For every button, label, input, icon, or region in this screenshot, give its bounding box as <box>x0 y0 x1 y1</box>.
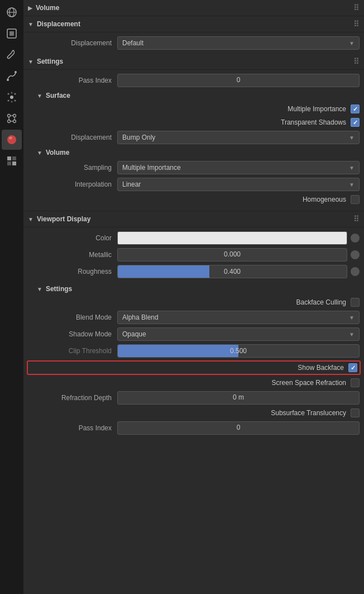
blend-mode-dropdown[interactable]: Alpha Blend ▼ <box>117 311 360 324</box>
svg-rect-24 <box>7 156 11 160</box>
settings2-subsection-header[interactable]: ▼ Settings <box>23 282 364 296</box>
roughness-slider[interactable]: 0.400 <box>117 265 347 278</box>
constraint-icon[interactable] <box>2 108 22 129</box>
sampling-label: Sampling <box>28 164 117 172</box>
settings-body: Pass Index 0 ▼ Surface Multiple Importan… <box>23 70 364 208</box>
svg-point-5 <box>7 79 9 81</box>
interpolation-dropdown[interactable]: Linear ▼ <box>117 178 360 191</box>
settings-section-header[interactable]: ▼ Settings ⠿ <box>23 54 364 70</box>
refraction-depth-input-container: 0 m <box>117 391 360 405</box>
volume-top-label: Volume <box>36 4 59 12</box>
interpolation-label: Interpolation <box>28 180 117 188</box>
surface-displacement-dropdown[interactable]: Bump Only ▼ <box>117 131 360 144</box>
multiple-importance-check: ✓ <box>353 106 358 113</box>
multiple-importance-row: Multiple Importance ✓ <box>23 102 364 116</box>
subsurface-translucency-row: Subsurface Translucency <box>23 406 364 420</box>
homogeneous-checkbox[interactable] <box>351 195 360 204</box>
sampling-arrow: ▼ <box>349 165 355 171</box>
volume-top-dots[interactable]: ⠿ <box>353 3 360 12</box>
svg-point-17 <box>13 120 16 123</box>
pass-index-input-container: 0 <box>117 74 360 87</box>
blend-mode-dropdown-container: Alpha Blend ▼ <box>117 311 360 324</box>
subsurface-translucency-checkbox[interactable] <box>351 408 360 417</box>
volume-sub-label: Volume <box>46 149 69 156</box>
checker-icon[interactable] <box>2 151 22 171</box>
clip-threshold-row: Clip Threshold 0.500 <box>23 343 364 359</box>
sampling-dropdown[interactable]: Multiple Importance ▼ <box>117 161 360 174</box>
displacement-prop-label: Displacement <box>28 39 117 47</box>
blend-mode-value: Alpha Blend <box>122 313 159 321</box>
viewport-display-header[interactable]: ▼ Viewport Display ⠿ <box>23 211 364 227</box>
shadow-mode-row: Shadow Mode Opaque ▼ <box>23 326 364 343</box>
shadow-mode-dropdown[interactable]: Opaque ▼ <box>117 327 360 341</box>
viewport-display-dots[interactable]: ⠿ <box>353 215 360 224</box>
show-backface-label: Show Backface <box>298 364 344 372</box>
transparent-shadows-row: Transparent Shadows ✓ <box>23 116 364 129</box>
displacement-section-header[interactable]: ▼ Displacement ⠿ <box>23 16 364 32</box>
material-icon[interactable] <box>2 130 22 150</box>
displacement-dots[interactable]: ⠿ <box>353 20 360 28</box>
svg-point-9 <box>15 93 16 95</box>
pass-index-bottom-input[interactable]: 0 <box>117 421 360 435</box>
surface-label: Surface <box>46 92 70 99</box>
volume-top-triangle: ▶ <box>28 5 32 11</box>
settings-dots[interactable]: ⠿ <box>353 57 360 66</box>
transparent-shadows-checkbox[interactable]: ✓ <box>351 118 360 127</box>
particle-icon[interactable] <box>2 87 22 107</box>
homogeneous-row: Homogeneous <box>23 193 364 206</box>
svg-point-11 <box>15 100 16 102</box>
multiple-importance-checkbox[interactable]: ✓ <box>351 104 360 113</box>
screen-space-refraction-checkbox[interactable] <box>351 378 360 387</box>
render-icon[interactable] <box>2 23 22 44</box>
metallic-dot-button[interactable] <box>351 250 360 259</box>
screen-space-refraction-label: Screen Space Refraction <box>272 379 346 387</box>
settings2-label: Settings <box>46 285 72 293</box>
refraction-depth-input[interactable]: 0 m <box>117 391 360 405</box>
pass-index-bottom-input-container: 0 <box>117 421 360 435</box>
color-row: Color <box>23 230 364 246</box>
scene-icon[interactable] <box>2 2 22 22</box>
multiple-importance-label: Multiple Importance <box>288 105 346 113</box>
color-label: Color <box>28 234 117 242</box>
displacement-dropdown-container: Default ▼ <box>117 36 360 50</box>
pass-index-input[interactable]: 0 <box>117 74 360 87</box>
color-dot-button[interactable] <box>351 234 360 243</box>
interpolation-value: Linear <box>122 180 141 188</box>
svg-rect-27 <box>12 161 16 165</box>
clip-threshold-label: Clip Threshold <box>28 347 117 355</box>
surface-displacement-label: Displacement <box>28 134 117 141</box>
clip-threshold-value: 0.500 <box>118 347 359 355</box>
displacement-dropdown-value: Default <box>122 39 143 47</box>
show-backface-checkbox[interactable]: ✓ <box>348 363 357 372</box>
metallic-input[interactable]: 0.000 <box>117 248 347 262</box>
volume-subsection-header[interactable]: ▼ Volume <box>23 146 364 159</box>
surface-subsection-header[interactable]: ▼ Surface <box>23 89 364 102</box>
svg-point-6 <box>15 71 17 73</box>
wrench-icon[interactable] <box>2 45 22 65</box>
roughness-dot-button[interactable] <box>351 267 360 276</box>
shadow-mode-dropdown-container: Opaque ▼ <box>117 327 360 341</box>
displacement-dropdown[interactable]: Default ▼ <box>117 36 360 50</box>
roughness-label: Roughness <box>28 268 117 275</box>
interpolation-arrow: ▼ <box>349 182 355 188</box>
backface-culling-checkbox[interactable] <box>351 298 360 307</box>
clip-threshold-slider[interactable]: 0.500 <box>117 344 360 358</box>
surface-displacement-row: Displacement Bump Only ▼ <box>23 129 364 146</box>
color-swatch[interactable] <box>117 231 347 245</box>
spline-icon[interactable] <box>2 66 22 86</box>
transparent-shadows-check: ✓ <box>353 119 358 126</box>
subsurface-translucency-label: Subsurface Translucency <box>271 409 346 417</box>
volume-top-section-header[interactable]: ▶ Volume ⠿ <box>23 0 364 16</box>
volume-sub-triangle: ▼ <box>37 150 42 156</box>
homogeneous-label: Homogeneous <box>303 196 346 203</box>
displacement-row: Displacement Default ▼ <box>23 35 364 51</box>
metallic-row: Metallic 0.000 <box>23 246 364 263</box>
surface-displacement-dropdown-container: Bump Only ▼ <box>117 131 360 144</box>
transparent-shadows-label: Transparent Shadows <box>281 118 346 126</box>
blend-mode-label: Blend Mode <box>28 313 117 321</box>
svg-point-12 <box>11 92 13 94</box>
displacement-label: Displacement <box>37 20 80 28</box>
metallic-input-container: 0.000 <box>117 248 347 262</box>
svg-point-10 <box>8 100 9 102</box>
surface-displacement-value: Bump Only <box>122 134 155 141</box>
